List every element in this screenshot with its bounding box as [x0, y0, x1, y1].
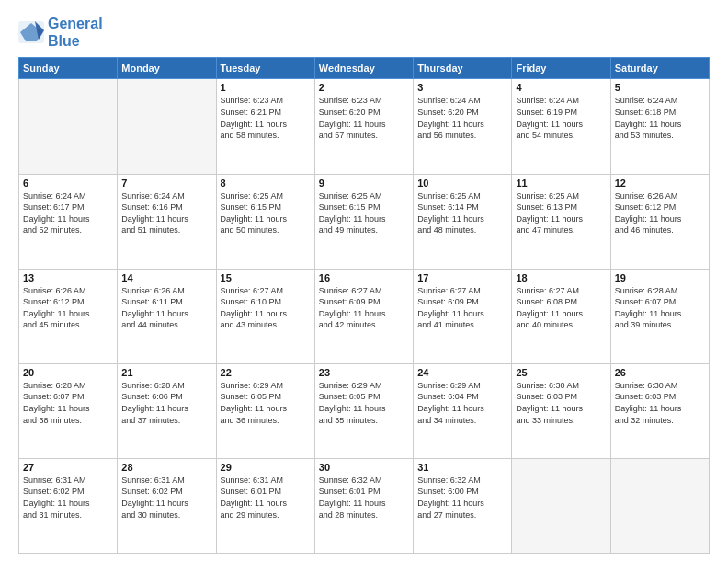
- day-info: Sunrise: 6:25 AM Sunset: 6:15 PM Dayligh…: [319, 190, 409, 236]
- day-info: Sunrise: 6:26 AM Sunset: 6:12 PM Dayligh…: [615, 190, 705, 236]
- day-info: Sunrise: 6:29 AM Sunset: 6:05 PM Dayligh…: [221, 380, 311, 426]
- day-number: 3: [417, 82, 507, 93]
- weekday-header-sunday: Sunday: [19, 58, 118, 79]
- calendar-cell: 13Sunrise: 6:26 AM Sunset: 6:12 PM Dayli…: [19, 269, 118, 363]
- day-info: Sunrise: 6:23 AM Sunset: 6:21 PM Dayligh…: [221, 95, 311, 141]
- calendar-cell: 27Sunrise: 6:31 AM Sunset: 6:02 PM Dayli…: [19, 458, 118, 553]
- day-number: 14: [121, 272, 211, 283]
- day-number: 24: [417, 367, 507, 378]
- day-number: 12: [615, 178, 705, 189]
- day-info: Sunrise: 6:28 AM Sunset: 6:06 PM Dayligh…: [121, 380, 211, 426]
- day-number: 22: [221, 367, 311, 378]
- day-info: Sunrise: 6:23 AM Sunset: 6:20 PM Dayligh…: [319, 95, 409, 141]
- day-info: Sunrise: 6:24 AM Sunset: 6:20 PM Dayligh…: [417, 95, 507, 141]
- calendar-cell: 5Sunrise: 6:24 AM Sunset: 6:18 PM Daylig…: [610, 79, 709, 174]
- day-number: 2: [319, 82, 409, 93]
- day-info: Sunrise: 6:25 AM Sunset: 6:14 PM Dayligh…: [417, 190, 507, 236]
- calendar-cell: 18Sunrise: 6:27 AM Sunset: 6:08 PM Dayli…: [512, 269, 610, 363]
- calendar-cell: 1Sunrise: 6:23 AM Sunset: 6:21 PM Daylig…: [216, 79, 314, 174]
- day-number: 29: [221, 462, 311, 473]
- day-number: 19: [615, 272, 705, 283]
- day-number: 10: [417, 178, 507, 189]
- day-number: 20: [23, 367, 113, 378]
- calendar-cell: 24Sunrise: 6:29 AM Sunset: 6:04 PM Dayli…: [414, 363, 512, 458]
- calendar-body: 1Sunrise: 6:23 AM Sunset: 6:21 PM Daylig…: [19, 79, 710, 554]
- day-info: Sunrise: 6:28 AM Sunset: 6:07 PM Dayligh…: [23, 380, 113, 426]
- calendar-cell: 16Sunrise: 6:27 AM Sunset: 6:09 PM Dayli…: [314, 269, 413, 363]
- day-number: 6: [23, 178, 113, 189]
- day-number: 23: [319, 367, 409, 378]
- day-number: 26: [615, 367, 705, 378]
- header: General Blue: [18, 15, 710, 50]
- calendar-cell: 6Sunrise: 6:24 AM Sunset: 6:17 PM Daylig…: [19, 174, 118, 269]
- day-number: 30: [319, 462, 409, 473]
- day-info: Sunrise: 6:24 AM Sunset: 6:19 PM Dayligh…: [516, 95, 606, 141]
- day-number: 16: [319, 272, 409, 283]
- calendar-cell: 10Sunrise: 6:25 AM Sunset: 6:14 PM Dayli…: [414, 174, 512, 269]
- day-number: 13: [23, 272, 113, 283]
- logo-text: General Blue: [48, 15, 103, 50]
- day-number: 5: [615, 82, 705, 93]
- calendar-week-1: 1Sunrise: 6:23 AM Sunset: 6:21 PM Daylig…: [19, 79, 710, 174]
- day-info: Sunrise: 6:31 AM Sunset: 6:01 PM Dayligh…: [221, 475, 311, 521]
- calendar-cell: [512, 458, 610, 553]
- day-number: 7: [121, 178, 211, 189]
- day-number: 18: [516, 272, 606, 283]
- day-number: 25: [516, 367, 606, 378]
- day-info: Sunrise: 6:27 AM Sunset: 6:09 PM Dayligh…: [417, 285, 507, 331]
- weekday-header-thursday: Thursday: [414, 58, 512, 79]
- calendar-week-5: 27Sunrise: 6:31 AM Sunset: 6:02 PM Dayli…: [19, 458, 710, 553]
- calendar-cell: 3Sunrise: 6:24 AM Sunset: 6:20 PM Daylig…: [414, 79, 512, 174]
- calendar-week-3: 13Sunrise: 6:26 AM Sunset: 6:12 PM Dayli…: [19, 269, 710, 363]
- weekday-header-monday: Monday: [118, 58, 216, 79]
- weekday-header-wednesday: Wednesday: [314, 58, 413, 79]
- calendar-cell: 4Sunrise: 6:24 AM Sunset: 6:19 PM Daylig…: [512, 79, 610, 174]
- day-info: Sunrise: 6:31 AM Sunset: 6:02 PM Dayligh…: [121, 475, 211, 521]
- calendar-cell: 26Sunrise: 6:30 AM Sunset: 6:03 PM Dayli…: [610, 363, 709, 458]
- calendar-cell: 14Sunrise: 6:26 AM Sunset: 6:11 PM Dayli…: [118, 269, 216, 363]
- calendar-week-4: 20Sunrise: 6:28 AM Sunset: 6:07 PM Dayli…: [19, 363, 710, 458]
- day-info: Sunrise: 6:27 AM Sunset: 6:09 PM Dayligh…: [319, 285, 409, 331]
- calendar-cell: [19, 79, 118, 174]
- day-number: 8: [221, 178, 311, 189]
- day-number: 31: [417, 462, 507, 473]
- day-info: Sunrise: 6:24 AM Sunset: 6:17 PM Dayligh…: [23, 190, 113, 236]
- calendar-cell: 7Sunrise: 6:24 AM Sunset: 6:16 PM Daylig…: [118, 174, 216, 269]
- day-number: 4: [516, 82, 606, 93]
- day-info: Sunrise: 6:24 AM Sunset: 6:18 PM Dayligh…: [615, 95, 705, 141]
- calendar-cell: 28Sunrise: 6:31 AM Sunset: 6:02 PM Dayli…: [118, 458, 216, 553]
- calendar-table: SundayMondayTuesdayWednesdayThursdayFrid…: [18, 57, 710, 554]
- calendar-cell: 15Sunrise: 6:27 AM Sunset: 6:10 PM Dayli…: [216, 269, 314, 363]
- weekday-header-tuesday: Tuesday: [216, 58, 314, 79]
- day-number: 15: [221, 272, 311, 283]
- day-info: Sunrise: 6:32 AM Sunset: 6:01 PM Dayligh…: [319, 475, 409, 521]
- calendar-cell: 12Sunrise: 6:26 AM Sunset: 6:12 PM Dayli…: [610, 174, 709, 269]
- day-number: 17: [417, 272, 507, 283]
- calendar-header-row: SundayMondayTuesdayWednesdayThursdayFrid…: [19, 58, 710, 79]
- day-info: Sunrise: 6:27 AM Sunset: 6:10 PM Dayligh…: [221, 285, 311, 331]
- day-number: 1: [221, 82, 311, 93]
- day-number: 9: [319, 178, 409, 189]
- calendar-week-2: 6Sunrise: 6:24 AM Sunset: 6:17 PM Daylig…: [19, 174, 710, 269]
- weekday-header-saturday: Saturday: [610, 58, 709, 79]
- logo: General Blue: [18, 15, 103, 50]
- day-info: Sunrise: 6:32 AM Sunset: 6:00 PM Dayligh…: [417, 475, 507, 521]
- calendar-cell: 11Sunrise: 6:25 AM Sunset: 6:13 PM Dayli…: [512, 174, 610, 269]
- calendar-cell: [118, 79, 216, 174]
- day-info: Sunrise: 6:29 AM Sunset: 6:04 PM Dayligh…: [417, 380, 507, 426]
- day-number: 27: [23, 462, 113, 473]
- calendar-cell: 17Sunrise: 6:27 AM Sunset: 6:09 PM Dayli…: [414, 269, 512, 363]
- weekday-header-friday: Friday: [512, 58, 610, 79]
- day-number: 11: [516, 178, 606, 189]
- day-info: Sunrise: 6:24 AM Sunset: 6:16 PM Dayligh…: [121, 190, 211, 236]
- day-info: Sunrise: 6:29 AM Sunset: 6:05 PM Dayligh…: [319, 380, 409, 426]
- calendar-cell: 29Sunrise: 6:31 AM Sunset: 6:01 PM Dayli…: [216, 458, 314, 553]
- calendar-cell: 8Sunrise: 6:25 AM Sunset: 6:15 PM Daylig…: [216, 174, 314, 269]
- day-number: 21: [121, 367, 211, 378]
- calendar-cell: 9Sunrise: 6:25 AM Sunset: 6:15 PM Daylig…: [314, 174, 413, 269]
- day-info: Sunrise: 6:30 AM Sunset: 6:03 PM Dayligh…: [516, 380, 606, 426]
- day-info: Sunrise: 6:25 AM Sunset: 6:15 PM Dayligh…: [221, 190, 311, 236]
- calendar-cell: 21Sunrise: 6:28 AM Sunset: 6:06 PM Dayli…: [118, 363, 216, 458]
- calendar-cell: 2Sunrise: 6:23 AM Sunset: 6:20 PM Daylig…: [314, 79, 413, 174]
- calendar-cell: 22Sunrise: 6:29 AM Sunset: 6:05 PM Dayli…: [216, 363, 314, 458]
